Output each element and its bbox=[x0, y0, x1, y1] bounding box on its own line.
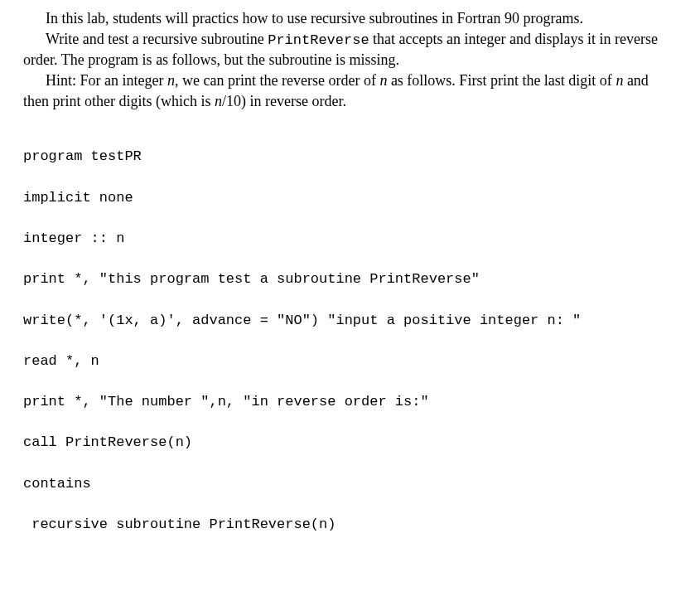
task-text-a: Write and test a recursive subroutine bbox=[46, 31, 268, 47]
math-var-n: n bbox=[167, 72, 175, 89]
code-line: program testPR bbox=[23, 147, 677, 167]
code-line: implicit none bbox=[23, 188, 677, 209]
hint-paragraph: Hint: For an integer n, we can print the… bbox=[23, 70, 677, 112]
code-gap bbox=[23, 555, 677, 601]
code-line: read *, n bbox=[23, 351, 677, 372]
code-line: write(*, '(1x, a)', advance = "NO") "inp… bbox=[23, 311, 677, 332]
hint-text-b: , we can print the reverse order of bbox=[175, 72, 379, 89]
hint-text-c: as follows. First print the last digit o… bbox=[387, 72, 616, 89]
code-line: contains bbox=[23, 474, 677, 495]
intro-text: In this lab, students will practics how … bbox=[46, 10, 583, 27]
code-line: call PrintReverse(n) bbox=[23, 433, 677, 453]
intro-paragraph: In this lab, students will practics how … bbox=[23, 8, 677, 29]
code-line: integer :: n bbox=[23, 229, 677, 250]
task-paragraph: Write and test a recursive subroutine Pr… bbox=[23, 29, 677, 70]
math-var-n: n bbox=[215, 93, 222, 109]
code-line: recursive subroutine PrintReverse(n) bbox=[23, 515, 677, 536]
subroutine-name: PrintReverse bbox=[268, 32, 369, 48]
hint-text-e: /10) in reverse order. bbox=[222, 93, 346, 109]
code-line: print *, "The number ",n, "in reverse or… bbox=[23, 392, 677, 413]
code-block: program testPR implicit none integer :: … bbox=[23, 127, 677, 601]
code-line: print *, "this program test a subroutine… bbox=[23, 269, 677, 290]
document-page: In this lab, students will practics how … bbox=[0, 0, 700, 601]
hint-text-a: Hint: For an integer bbox=[46, 72, 167, 89]
